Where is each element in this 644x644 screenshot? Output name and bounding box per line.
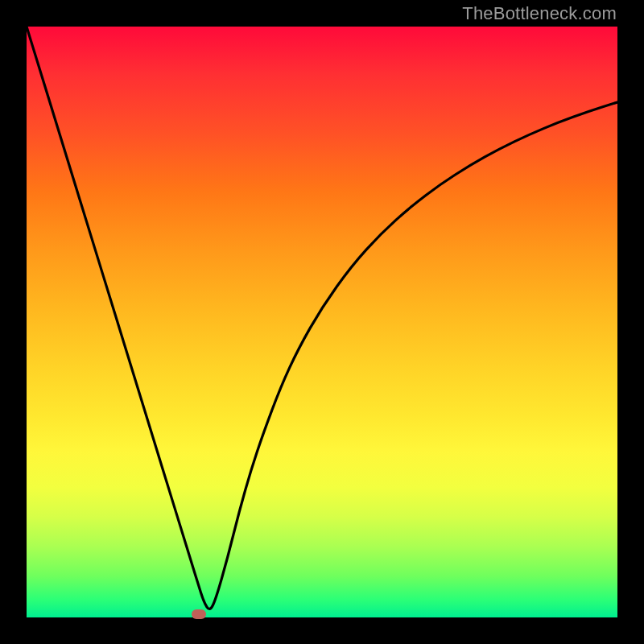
watermark-text: TheBottleneck.com (462, 3, 617, 24)
curve-svg (27, 27, 617, 617)
bottleneck-curve (27, 27, 617, 609)
chart-frame: TheBottleneck.com (0, 0, 644, 644)
minimum-marker (192, 609, 206, 619)
plot-area (27, 27, 617, 617)
